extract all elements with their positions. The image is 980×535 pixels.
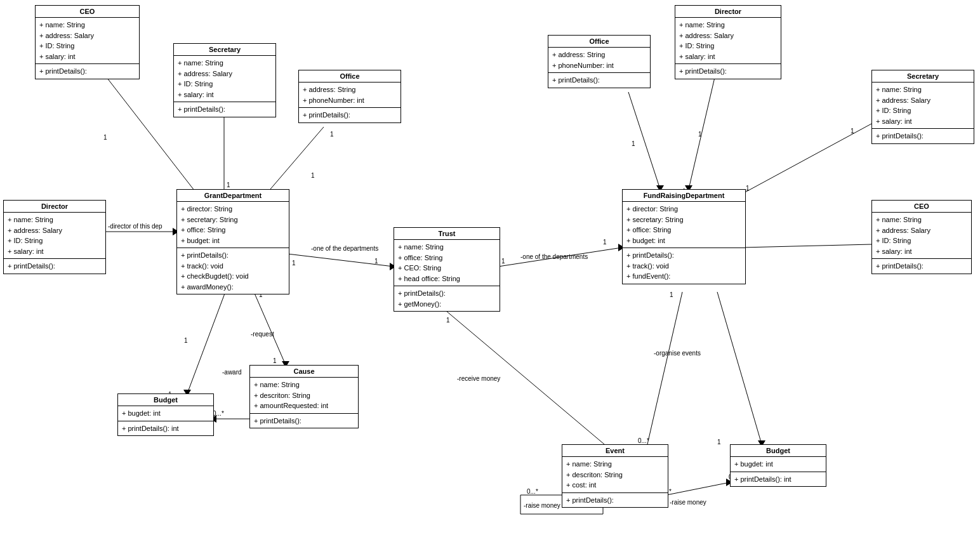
cause-box: Cause + name: String + descriton: String…: [249, 365, 359, 428]
svg-text:0...*: 0...*: [213, 410, 224, 417]
svg-line-52: [743, 244, 871, 248]
svg-text:-organise events: -organise events: [654, 350, 701, 357]
budget-left-title: Budget: [118, 394, 213, 406]
svg-line-23: [254, 292, 286, 365]
svg-line-61: [666, 482, 730, 495]
diagram-canvas: 1 1 1 1 1 -director of this dep 1 1 -one…: [0, 0, 980, 535]
budget-left-methods: + printDetails(): int: [118, 421, 213, 436]
svg-text:-award: -award: [222, 369, 242, 376]
svg-text:1: 1: [227, 182, 230, 188]
svg-text:1: 1: [330, 131, 334, 138]
office-left-title: Office: [299, 70, 401, 83]
cause-methods: + printDetails():: [250, 414, 358, 428]
svg-text:1: 1: [374, 258, 378, 265]
ceo-left-attributes: + name: String + address: Salary + ID: S…: [36, 18, 139, 64]
ceo-right-box: CEO + name: String + address: Salary + I…: [871, 200, 972, 274]
event-methods: + printDetails():: [562, 493, 668, 508]
director-right-title: Director: [675, 6, 781, 18]
secretary-left-methods: + printDetails():: [174, 102, 275, 117]
trust-attributes: + name: String + office: String + CEO: S…: [394, 240, 500, 286]
ceo-left-box: CEO + name: String + address: Salary + I…: [35, 5, 140, 79]
svg-text:1: 1: [292, 260, 296, 267]
secretary-left-title: Secretary: [174, 44, 275, 56]
ceo-left-methods: + printDetails():: [36, 64, 139, 79]
fundraising-dept-box: FundRaisingDepartment + director: String…: [622, 189, 746, 284]
grant-dept-box: GrantDepartment + director: String + sec…: [176, 189, 289, 294]
ceo-right-attributes: + name: String + address: Salary + ID: S…: [872, 213, 971, 259]
director-right-methods: + printDetails():: [675, 64, 781, 79]
svg-text:1: 1: [501, 258, 505, 265]
svg-text:-raise money: -raise money: [670, 499, 706, 506]
secretary-left-attributes: + name: String + address: Salary + ID: S…: [174, 56, 275, 102]
svg-text:1: 1: [632, 140, 635, 147]
trust-box: Trust + name: String + office: String + …: [394, 227, 500, 312]
svg-text:0...*: 0...*: [638, 437, 649, 444]
cause-title: Cause: [250, 366, 358, 378]
svg-line-38: [446, 311, 604, 444]
fundraising-dept-methods: + printDetails(): + track(): void + fund…: [623, 248, 745, 284]
fundraising-dept-attributes: + director: String + secretary: String +…: [623, 202, 745, 248]
director-right-attributes: + name: String + address: Salary + ID: S…: [675, 18, 781, 64]
fundraising-dept-title: FundRaisingDepartment: [623, 190, 745, 202]
office-right-box: Office + address: String + phoneNumber: …: [548, 35, 651, 88]
svg-text:1: 1: [851, 128, 854, 135]
budget-left-box: Budget + bugdet: int + printDetails(): i…: [117, 393, 214, 436]
director-right-box: Director + name: String + address: Salar…: [675, 5, 781, 79]
svg-text:1: 1: [698, 131, 702, 138]
secretary-right-attributes: + name: String + address: Salary + ID: S…: [872, 83, 974, 129]
director-left-box: Director + name: String + address: Salar…: [3, 200, 106, 274]
event-title: Event: [562, 445, 668, 457]
office-right-title: Office: [548, 36, 650, 48]
cause-attributes: + name: String + descriton: String + amo…: [250, 378, 358, 414]
budget-right-box: Budget + bugdet: int + printDetails(): i…: [730, 444, 826, 487]
svg-line-7: [267, 127, 324, 194]
svg-text:1: 1: [446, 317, 450, 324]
svg-text:1: 1: [603, 239, 607, 246]
svg-text:1: 1: [311, 172, 315, 179]
svg-text:1: 1: [746, 185, 750, 192]
svg-line-41: [628, 92, 660, 189]
secretary-right-methods: + printDetails():: [872, 129, 974, 143]
svg-line-44: [689, 67, 717, 189]
office-right-attributes: + address: String + phoneNumber: int: [548, 48, 650, 73]
office-left-methods: + printDetails():: [299, 108, 401, 122]
svg-text:0...*: 0...*: [527, 488, 538, 495]
svg-line-54: [647, 292, 682, 444]
svg-text:-request: -request: [251, 331, 274, 338]
ceo-right-title: CEO: [872, 201, 971, 213]
secretary-right-title: Secretary: [872, 70, 974, 83]
svg-line-19: [187, 292, 225, 393]
grant-dept-attributes: + director: String + secretary: String +…: [177, 202, 289, 248]
svg-line-33: [498, 248, 622, 267]
svg-text:-raise money: -raise money: [524, 502, 560, 509]
svg-text:1: 1: [670, 291, 673, 298]
ceo-left-title: CEO: [36, 6, 139, 18]
budget-left-attributes: + bugdet: int: [118, 406, 213, 421]
svg-text:1: 1: [184, 337, 188, 344]
svg-text:1: 1: [103, 134, 107, 141]
event-attributes: + name: String + descriton: String + cos…: [562, 457, 668, 493]
office-left-box: Office + address: String + phoneNumber: …: [298, 70, 401, 123]
director-left-methods: + printDetails():: [4, 259, 105, 274]
svg-text:1: 1: [717, 439, 721, 446]
grant-dept-methods: + printDetails(): + track(): void + chec…: [177, 248, 289, 294]
event-box: Event + name: String + descriton: String…: [562, 444, 668, 508]
grant-dept-title: GrantDepartment: [177, 190, 289, 202]
ceo-right-methods: + printDetails():: [872, 259, 971, 274]
director-left-title: Director: [4, 201, 105, 213]
svg-line-14: [288, 254, 394, 267]
svg-line-58: [717, 292, 762, 444]
director-left-attributes: + name: String + address: Salary + ID: S…: [4, 213, 105, 259]
svg-text:-director of this dep: -director of this dep: [108, 223, 162, 230]
budget-right-methods: + printDetails(): int: [731, 472, 826, 487]
trust-title: Trust: [394, 228, 500, 240]
budget-right-attributes: + bugdet: int: [731, 457, 826, 472]
budget-right-title: Budget: [731, 445, 826, 457]
trust-methods: + printDetails(): + getMoney():: [394, 286, 500, 311]
secretary-right-box: Secretary + name: String + address: Sala…: [871, 70, 974, 144]
office-right-methods: + printDetails():: [548, 73, 650, 88]
svg-text:-one of the departments: -one of the departments: [311, 245, 378, 252]
svg-text:1: 1: [273, 357, 277, 364]
svg-text:-receive money: -receive money: [457, 375, 500, 382]
office-left-attributes: + address: String + phoneNumber: int: [299, 83, 401, 108]
